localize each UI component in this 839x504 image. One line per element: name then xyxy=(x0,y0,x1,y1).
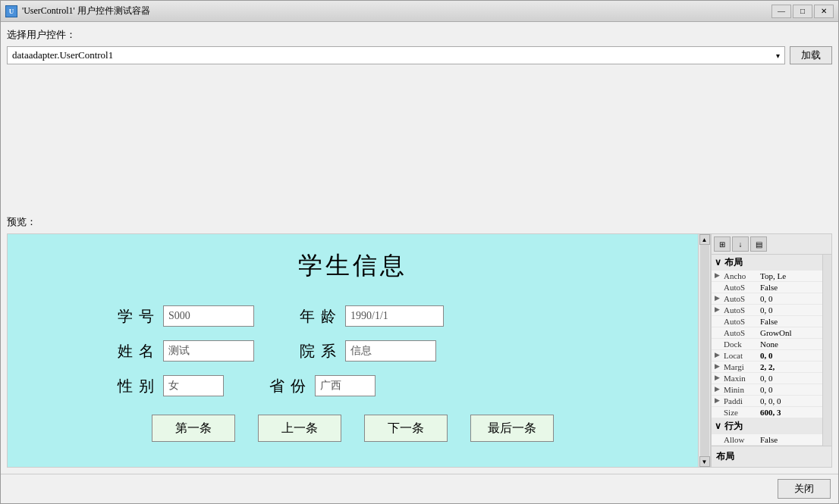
select-container: dataadapter.UserControl1 ▾ 加载 xyxy=(7,46,832,211)
expand-arrow[interactable]: ▶ xyxy=(715,351,724,360)
field-group-shengfen: 省份 xyxy=(269,375,376,396)
prop-padding: ▶ Paddi 0, 0, 0 xyxy=(712,396,831,407)
scroll-down-button[interactable]: ▼ xyxy=(699,456,710,467)
form-fields: 学号 年龄 姓名 xyxy=(118,305,588,396)
last-record-button[interactable]: 最后一条 xyxy=(470,415,554,442)
section-behavior-collapse[interactable]: ∨ xyxy=(715,421,721,432)
expand-arrow[interactable]: ▶ xyxy=(715,305,724,315)
expand-arrow[interactable]: ▶ xyxy=(715,396,724,405)
prop-autosize: AutoS False xyxy=(712,316,831,327)
expand-arrow[interactable]: ▶ xyxy=(715,271,724,280)
field-label-xuehao: 学号 xyxy=(118,306,154,327)
field-input-yuanxi[interactable] xyxy=(345,340,436,362)
prev-record-button[interactable]: 上一条 xyxy=(258,415,341,442)
form-row-3: 性别 省份 xyxy=(118,375,588,396)
form-title: 学生信息 xyxy=(298,249,407,283)
prop-allowdrop: Allow False xyxy=(712,434,831,446)
prop-margin: ▶ Margi 2, 2, xyxy=(712,362,831,373)
bottom-bar: 关闭 xyxy=(1,474,838,503)
props-category-icon[interactable]: ⊞ xyxy=(714,236,731,252)
app-icon: U xyxy=(5,5,17,17)
close-button[interactable]: 关闭 xyxy=(778,479,831,499)
chevron-down-icon: ▾ xyxy=(776,52,780,60)
props-footer: 布局 xyxy=(712,446,831,467)
window-title: 'UserControl1' 用户控件测试容器 xyxy=(22,5,150,17)
main-window: U 'UserControl1' 用户控件测试容器 — □ ✕ 选择用户控件： … xyxy=(0,0,839,504)
field-group-xingbie: 性别 xyxy=(118,375,224,396)
field-input-shengfen[interactable] xyxy=(315,375,376,396)
field-label-yuanxi: 院系 xyxy=(300,341,336,362)
form-area: 学生信息 学号 年龄 xyxy=(8,234,698,467)
maximize-button[interactable]: □ xyxy=(793,5,812,18)
field-input-xingming[interactable] xyxy=(163,340,254,362)
field-group-xuehao: 学号 xyxy=(118,305,254,327)
field-label-nianling: 年龄 xyxy=(300,306,336,327)
props-footer-label: 布局 xyxy=(716,450,734,463)
section-collapse-icon[interactable]: ∨ xyxy=(715,257,721,268)
prop-minsize: ▶ Minin 0, 0 xyxy=(712,384,831,396)
field-input-xuehao[interactable] xyxy=(163,305,254,327)
prop-autoscrollminsize: ▶ AutoS 0, 0 xyxy=(712,305,831,316)
prop-location: ▶ Locat 0, 0 xyxy=(712,350,831,362)
nav-buttons-row: 第一条 上一条 下一条 最后一条 xyxy=(152,415,554,442)
select-label: 选择用户控件： xyxy=(7,28,76,42)
props-view-icon[interactable]: ▤ xyxy=(750,236,767,252)
field-label-shengfen: 省份 xyxy=(269,376,306,396)
form-row-2: 姓名 院系 xyxy=(118,340,588,362)
expand-arrow[interactable]: ▶ xyxy=(715,362,724,371)
prop-autoscrollmargin: ▶ AutoS 0, 0 xyxy=(712,293,831,305)
first-record-button[interactable]: 第一条 xyxy=(152,415,235,442)
main-row: 学生信息 学号 年龄 xyxy=(7,233,832,468)
prop-autosizemode: AutoS GrowOnl xyxy=(712,327,831,339)
next-record-button[interactable]: 下一条 xyxy=(364,415,448,442)
properties-panel: ⊞ ↓ ▤ ∨ 布局 ▶ Ancho Top, Le xyxy=(711,233,832,468)
section-behavior-label: 行为 xyxy=(724,420,743,433)
scroll-up-button[interactable]: ▲ xyxy=(699,234,710,245)
field-group-yuanxi: 院系 xyxy=(300,340,436,362)
prop-autoscroll: AutoS False xyxy=(712,282,831,293)
window-close-button[interactable]: ✕ xyxy=(814,5,834,18)
dropdown-value: dataadapter.UserControl1 xyxy=(12,49,113,61)
preview-panel: 学生信息 学号 年龄 xyxy=(7,233,711,468)
field-input-xingbie[interactable] xyxy=(163,375,224,396)
field-group-nianling: 年龄 xyxy=(300,305,444,327)
field-group-xingming: 姓名 xyxy=(118,340,254,362)
load-button[interactable]: 加载 xyxy=(790,46,832,64)
select-row: 选择用户控件： xyxy=(7,28,832,42)
usercontrol-dropdown[interactable]: dataadapter.UserControl1 ▾ xyxy=(7,46,785,64)
title-bar: U 'UserControl1' 用户控件测试容器 — □ ✕ xyxy=(1,1,838,22)
field-input-nianling[interactable] xyxy=(345,305,444,327)
section-layout: ∨ 布局 xyxy=(712,255,831,271)
props-sort-icon[interactable]: ↓ xyxy=(732,236,749,252)
form-row-1: 学号 年龄 xyxy=(118,305,588,327)
expand-arrow[interactable]: ▶ xyxy=(715,374,724,383)
content-area: 选择用户控件： dataadapter.UserControl1 ▾ 加载 预览… xyxy=(1,22,838,474)
section-behavior: ∨ 行为 xyxy=(712,418,831,434)
props-toolbar: ⊞ ↓ ▤ xyxy=(712,234,831,255)
minimize-button[interactable]: — xyxy=(771,5,791,18)
expand-arrow[interactable]: ▶ xyxy=(715,385,724,394)
props-scroll-area: ∨ 布局 ▶ Ancho Top, Le AutoS False xyxy=(712,255,831,446)
prop-anchor: ▶ Ancho Top, Le xyxy=(712,271,831,282)
scroll-track xyxy=(700,245,709,456)
preview-label: 预览： xyxy=(7,215,832,229)
props-content: ∨ 布局 ▶ Ancho Top, Le AutoS False xyxy=(712,255,831,446)
window-controls: — □ ✕ xyxy=(771,5,834,18)
field-label-xingbie: 性别 xyxy=(118,376,154,396)
title-bar-left: U 'UserControl1' 用户控件测试容器 xyxy=(5,5,150,17)
section-layout-label: 布局 xyxy=(724,256,743,269)
prop-dock: Dock None xyxy=(712,339,831,350)
field-label-xingming: 姓名 xyxy=(118,341,154,362)
prop-maxsize: ▶ Maxin 0, 0 xyxy=(712,373,831,384)
props-scrollbar[interactable] xyxy=(822,255,831,446)
expand-arrow[interactable]: ▶ xyxy=(715,294,724,303)
prop-size: Size 600, 3 xyxy=(712,407,831,418)
preview-scrollbar[interactable]: ▲ ▼ xyxy=(698,234,710,467)
